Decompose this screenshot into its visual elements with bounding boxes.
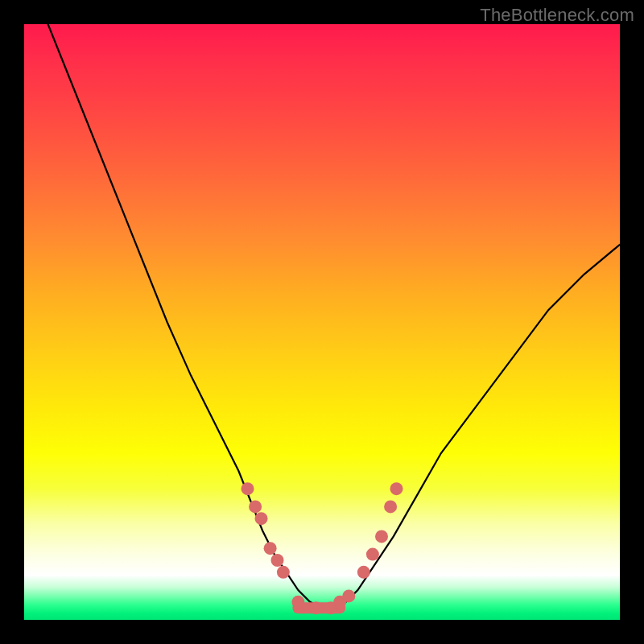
curve-svg: [24, 24, 620, 620]
marker-dot: [255, 512, 268, 525]
marker-dot: [277, 566, 290, 579]
marker-dot: [249, 500, 262, 513]
marker-dot: [342, 589, 355, 602]
marker-dot: [310, 601, 323, 614]
marker-dot: [291, 596, 304, 609]
marker-dot: [366, 548, 379, 561]
plot-area: [24, 24, 620, 620]
marker-group: [242, 482, 403, 614]
marker-dot: [384, 500, 397, 513]
chart-frame: TheBottleneck.com: [0, 0, 644, 644]
marker-dot: [242, 482, 254, 495]
attribution-label: TheBottleneck.com: [480, 5, 634, 26]
marker-dot: [271, 554, 284, 567]
marker-dot: [390, 482, 403, 495]
marker-dot: [375, 530, 388, 543]
bottleneck-curve: [48, 24, 620, 608]
marker-dot: [357, 566, 370, 579]
marker-dot: [264, 542, 277, 555]
